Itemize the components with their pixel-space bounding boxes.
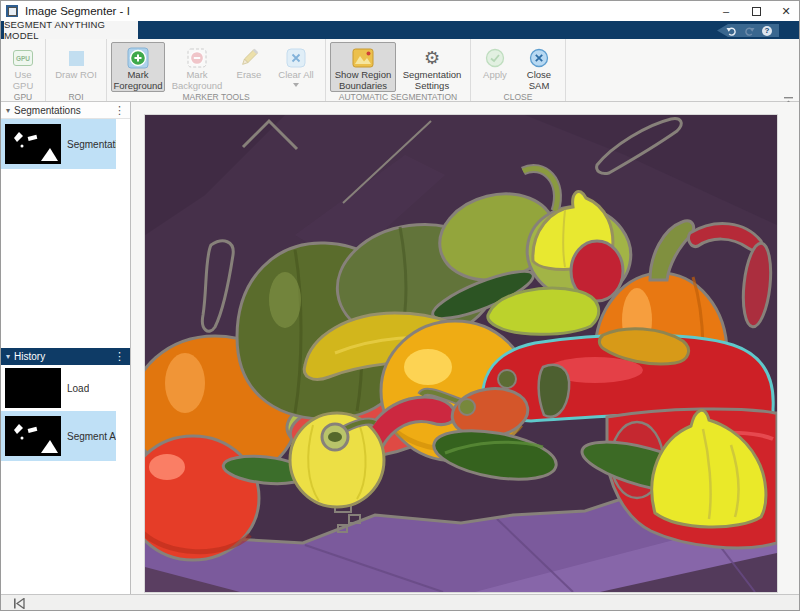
background-minus-marker-icon — [187, 46, 207, 70]
clear-all-dropdown-icon[interactable] — [293, 83, 299, 87]
draw-roi-button[interactable]: Draw ROI — [50, 42, 102, 92]
chevron-down-icon[interactable]: ▾ — [6, 352, 10, 361]
group-close: Apply Close SAM CLOSE — [471, 39, 566, 101]
app-window: Image Segmenter - I – ✕ SEGMENT ANYTHING… — [0, 0, 800, 611]
history-panel-title: History — [14, 351, 114, 362]
kebab-menu-icon[interactable]: ⋮ — [114, 104, 125, 117]
title-bar: Image Segmenter - I – ✕ — [1, 1, 800, 21]
clear-all-button[interactable]: Clear All — [271, 42, 321, 92]
collapse-left-icon[interactable] — [13, 595, 25, 611]
history-panel-header: ▾ History ⋮ — [1, 348, 130, 365]
segmented-peppers-image[interactable] — [145, 115, 777, 592]
mark-background-button[interactable]: Mark Background — [167, 42, 227, 92]
roi-rectangle-icon — [69, 51, 84, 66]
close-sam-button[interactable]: Close SAM — [517, 42, 561, 92]
foreground-plus-marker-icon — [127, 46, 149, 70]
gear-icon: ⚙ — [424, 49, 440, 67]
group-gpu: GPU Use GPU GPU — [1, 39, 46, 101]
chevron-down-icon[interactable]: ▾ — [6, 106, 10, 115]
erase-button[interactable]: Erase — [229, 42, 269, 92]
maximize-button[interactable] — [741, 1, 771, 21]
kebab-menu-icon[interactable]: ⋮ — [114, 350, 125, 363]
close-button[interactable]: ✕ — [771, 1, 800, 21]
history-item-load[interactable]: Load — [1, 365, 116, 411]
history-item-label: Load — [67, 383, 89, 394]
segmentation-list-item[interactable]: Segmentation 1 — [1, 119, 116, 169]
segmentations-panel-header: ▾ Segmentations ⋮ — [1, 102, 130, 119]
segmentation-settings-button[interactable]: ⚙ Segmentation Settings — [398, 42, 466, 92]
group-marker-tools: Mark Foreground Mark Background Erase — [107, 39, 326, 101]
close-sam-x-icon — [529, 46, 549, 70]
app-icon — [6, 5, 18, 17]
group-roi: Draw ROI ROI — [46, 39, 107, 101]
left-sidebar: ▾ Segmentations ⋮ Segmentation 1 ▾ Histo… — [1, 102, 131, 594]
main-canvas-area — [131, 102, 800, 594]
segmentation-thumbnail — [5, 124, 61, 164]
window-title: Image Segmenter - I — [25, 5, 130, 17]
help-icon[interactable]: ? — [762, 26, 772, 36]
tab-segment-anything-model[interactable]: SEGMENT ANYTHING MODEL — [4, 21, 138, 39]
ribbon-tab-strip: SEGMENT ANYTHING MODEL ? — [1, 21, 800, 39]
show-region-boundaries-button[interactable]: Show Region Boundaries — [330, 42, 396, 92]
sidebar-spacer — [1, 169, 130, 348]
history-item-segment-anything[interactable]: Segment Anyt… — [1, 411, 116, 461]
clear-all-x-icon — [286, 46, 306, 70]
apply-button[interactable]: Apply — [475, 42, 515, 92]
ribbon-toolbar: GPU Use GPU GPU Draw ROI ROI — [1, 39, 800, 102]
segmentations-panel-title: Segmentations — [14, 105, 114, 116]
mark-foreground-button[interactable]: Mark Foreground — [111, 42, 165, 92]
region-boundaries-image-icon — [352, 46, 374, 70]
status-bar — [1, 594, 800, 611]
undo-icon[interactable] — [726, 26, 737, 36]
redo-icon[interactable] — [744, 26, 755, 36]
history-item-label: Segment Anyt… — [67, 431, 116, 442]
apply-check-icon — [485, 46, 505, 70]
history-load-thumbnail — [5, 368, 61, 408]
use-gpu-button[interactable]: GPU Use GPU — [5, 42, 41, 92]
gpu-chip-icon: GPU — [13, 50, 33, 66]
quick-access-bar: ? — [717, 24, 779, 37]
eraser-pencil-icon — [238, 46, 260, 70]
minimize-button[interactable]: – — [711, 1, 741, 21]
history-segment-thumbnail — [5, 416, 61, 456]
segmentation-item-label: Segmentation 1 — [67, 139, 116, 150]
maximize-icon — [752, 7, 761, 16]
group-automatic-segmentation: Show Region Boundaries ⚙ Segmentation Se… — [326, 39, 471, 101]
